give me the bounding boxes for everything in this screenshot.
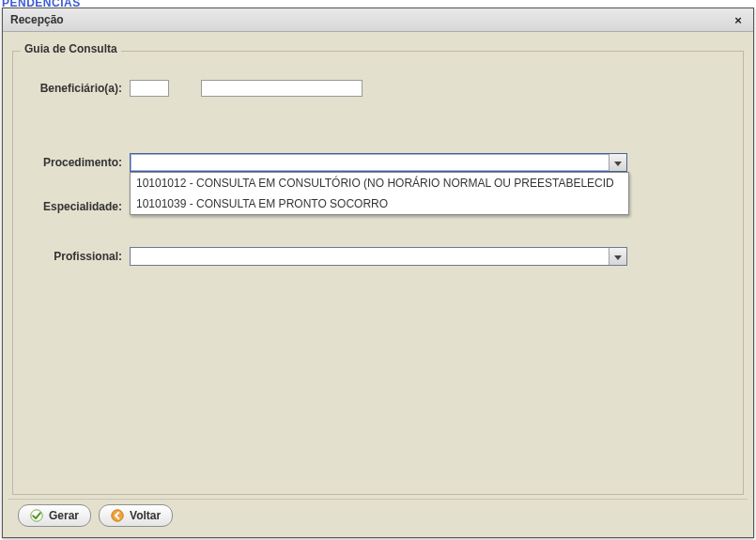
procedimento-combo[interactable] [130, 153, 627, 172]
profissional-combo[interactable] [130, 247, 627, 266]
row-procedimento: Procedimento: [32, 153, 627, 172]
especialidade-label: Especialidade: [32, 200, 122, 213]
group-title: Guia de Consulta [21, 42, 121, 55]
chevron-down-icon [614, 156, 622, 169]
gerar-button[interactable]: Gerar [18, 504, 91, 527]
voltar-button[interactable]: Voltar [99, 504, 173, 527]
gerar-label: Gerar [49, 509, 79, 522]
profissional-arrow[interactable] [609, 248, 626, 265]
button-bar: Gerar Voltar [8, 499, 748, 532]
voltar-label: Voltar [130, 509, 161, 522]
dialog-title: Recepção [10, 13, 64, 26]
profissional-label: Profissional: [32, 250, 122, 263]
row-beneficiario: Beneficiário(a): [32, 80, 363, 97]
procedimento-value [131, 154, 609, 171]
beneficiario-code-input[interactable] [130, 80, 169, 97]
chevron-down-icon [614, 250, 622, 263]
procedimento-option-1[interactable]: 10101039 - CONSULTA EM PRONTO SOCORRO [131, 193, 628, 214]
check-icon [30, 509, 43, 522]
procedimento-option-0[interactable]: 10101012 - CONSULTA EM CONSULTÓRIO (NO H… [131, 173, 628, 193]
profissional-value [131, 248, 609, 265]
back-icon [111, 509, 124, 522]
close-button[interactable]: × [731, 12, 746, 27]
row-especialidade: Especialidade: [32, 200, 130, 213]
beneficiario-label: Beneficiário(a): [32, 82, 122, 95]
dialog-recepcao: Recepção × Guia de Consulta Beneficiário… [2, 8, 754, 538]
procedimento-dropdown-list: 10101012 - CONSULTA EM CONSULTÓRIO (NO H… [130, 172, 629, 215]
dialog-titlebar: Recepção × [3, 8, 753, 32]
dialog-body: Guia de Consulta Beneficiário(a): Proced… [8, 38, 748, 532]
procedimento-label: Procedimento: [32, 156, 122, 169]
row-profissional: Profissional: [32, 247, 627, 266]
beneficiario-name-input[interactable] [201, 80, 363, 97]
group-guia-consulta: Guia de Consulta Beneficiário(a): Proced… [12, 51, 744, 495]
svg-point-1 [112, 510, 123, 521]
procedimento-arrow[interactable] [609, 154, 626, 171]
